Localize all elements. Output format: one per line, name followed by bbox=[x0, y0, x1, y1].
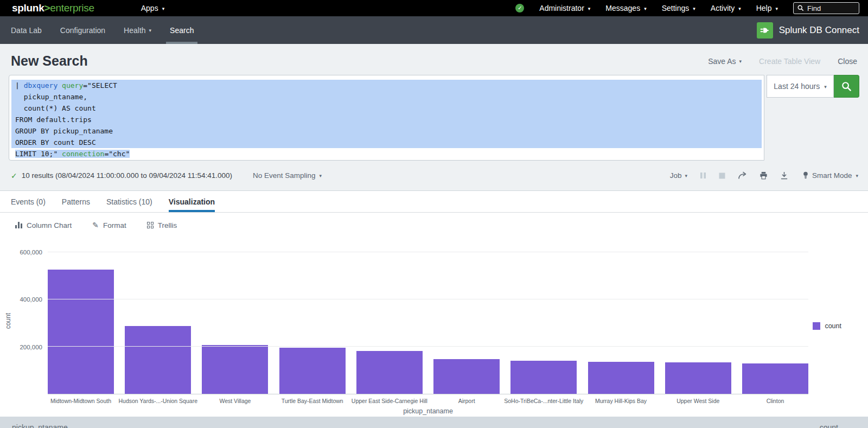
apps-menu[interactable]: Apps▾ bbox=[141, 4, 164, 12]
chevron-down-icon: ▾ bbox=[588, 7, 591, 11]
statistics-table-header: pickup_ntaname count bbox=[0, 417, 868, 428]
tab-events-0[interactable]: Events (0) bbox=[11, 191, 46, 212]
chart-type-button[interactable]: Column Chart bbox=[15, 221, 72, 229]
splunk-logo[interactable]: splunk>enterprise bbox=[12, 2, 94, 14]
event-sampling-menu[interactable]: No Event Sampling▾ bbox=[253, 171, 322, 180]
legend-swatch bbox=[813, 322, 820, 330]
x-category-label: Turtle Bay-East Midtown bbox=[282, 398, 343, 404]
close-button[interactable]: Close bbox=[838, 57, 857, 66]
time-range-picker[interactable]: Last 24 hours▾ bbox=[767, 75, 834, 98]
search-query-editor[interactable]: | dbxquery query="SELECT pickup_ntaname,… bbox=[9, 75, 764, 161]
chart-bar-midtown-midtown-south[interactable] bbox=[48, 270, 114, 394]
gridline bbox=[48, 252, 808, 252]
topbar-menu-administrator[interactable]: Administrator▾ bbox=[539, 4, 590, 12]
page-header-row: New Search Save As▾ Create Table View Cl… bbox=[0, 44, 868, 75]
app-identity: Splunk DB Connect bbox=[757, 22, 859, 39]
logo-product: enterprise bbox=[50, 2, 94, 14]
chart-bar-clinton[interactable] bbox=[742, 363, 808, 394]
legend-label: count bbox=[825, 322, 841, 330]
topbar-menu-help[interactable]: Help▾ bbox=[756, 4, 778, 12]
create-table-view-button[interactable]: Create Table View bbox=[759, 57, 820, 66]
x-axis-title: pickup_ntaname bbox=[48, 407, 808, 415]
search-mode-label: Smart Mode bbox=[812, 171, 852, 180]
chevron-down-icon: ▾ bbox=[685, 174, 687, 178]
query-line: GROUP BY pickup_ntaname bbox=[11, 125, 762, 137]
save-as-label: Save As bbox=[708, 57, 736, 66]
stats-column-header-count[interactable]: count bbox=[708, 417, 868, 428]
y-tick-label: 600,000 bbox=[20, 249, 42, 255]
chart-type-label: Column Chart bbox=[27, 221, 72, 229]
format-button[interactable]: Format bbox=[92, 221, 126, 229]
column-chart: count 200,000400,000600,000 Midtown-Midt… bbox=[0, 238, 868, 417]
tab-visualization[interactable]: Visualization bbox=[169, 191, 215, 212]
x-category-slot: Clinton bbox=[742, 398, 808, 404]
stop-job-icon[interactable] bbox=[719, 173, 725, 179]
chevron-down-icon: ▾ bbox=[739, 59, 742, 64]
db-connect-plug-icon[interactable] bbox=[757, 22, 773, 39]
chart-bar-airport[interactable] bbox=[433, 359, 500, 394]
search-mode-menu[interactable]: Smart Mode▾ bbox=[803, 171, 858, 180]
search-icon bbox=[797, 5, 804, 11]
x-category-label: Upper East Side-Carnegie Hill bbox=[352, 398, 427, 404]
export-download-icon[interactable] bbox=[780, 171, 788, 180]
time-range-label: Last 24 hours bbox=[774, 82, 820, 91]
run-search-button[interactable] bbox=[834, 75, 859, 98]
save-as-menu[interactable]: Save As▾ bbox=[708, 57, 742, 66]
chart-bar-upper-east-side-carnegie-hill[interactable] bbox=[356, 351, 423, 394]
column-chart-icon bbox=[15, 222, 22, 228]
job-menu[interactable]: Job▾ bbox=[670, 171, 687, 180]
chart-plot bbox=[48, 247, 808, 394]
nav-item-label: Health bbox=[124, 26, 145, 35]
results-tabs: Events (0)PatternsStatistics (10)Visuali… bbox=[0, 191, 868, 213]
trellis-button[interactable]: Trellis bbox=[147, 221, 177, 229]
find-input[interactable] bbox=[807, 4, 855, 12]
share-job-icon[interactable] bbox=[738, 171, 747, 180]
chart-bar-turtle-bay-east-midtown[interactable] bbox=[279, 348, 346, 394]
print-icon[interactable] bbox=[760, 171, 768, 180]
query-line: pickup_ntaname, bbox=[11, 91, 762, 103]
gridline bbox=[48, 346, 808, 347]
chart-bar-hudson-yards-union-square[interactable] bbox=[125, 326, 191, 394]
search-header-section: New Search Save As▾ Create Table View Cl… bbox=[0, 44, 868, 191]
app-nav-bar: Data LabConfigurationHealth▾Search Splun… bbox=[0, 16, 868, 44]
query-line: | dbxquery query="SELECT bbox=[11, 80, 762, 91]
chart-bar-soho-tribeca-nter-little-italy[interactable] bbox=[510, 361, 577, 394]
chart-bar-murray-hill-kips-bay[interactable] bbox=[588, 362, 654, 394]
menu-label: Help bbox=[756, 4, 772, 12]
chart-legend[interactable]: count bbox=[813, 322, 841, 330]
job-status-bar: ✓ 10 results (08/04/2024 11:00:00.000 to… bbox=[0, 161, 868, 190]
results-summary: ✓ 10 results (08/04/2024 11:00:00.000 to… bbox=[11, 171, 232, 180]
query-line: count(*) AS count bbox=[11, 103, 762, 114]
chart-bar-upper-west-side[interactable] bbox=[665, 362, 731, 394]
menu-label: Settings bbox=[662, 4, 690, 12]
x-category-label: Airport bbox=[458, 398, 475, 404]
appnav-item-health[interactable]: Health▾ bbox=[124, 16, 151, 44]
tab-patterns[interactable]: Patterns bbox=[62, 191, 90, 212]
appnav-item-search[interactable]: Search bbox=[170, 16, 194, 44]
menu-label: Messages bbox=[605, 4, 640, 12]
x-category-label: West Village bbox=[219, 398, 251, 404]
apps-menu-label: Apps bbox=[141, 4, 158, 12]
chevron-down-icon: ▾ bbox=[856, 174, 858, 178]
chevron-down-icon: ▾ bbox=[824, 85, 827, 90]
x-category-label: Murray Hill-Kips Bay bbox=[595, 398, 647, 404]
health-status-icon[interactable] bbox=[515, 4, 524, 12]
topbar-menu-messages[interactable]: Messages▾ bbox=[605, 4, 646, 12]
stats-column-header-pickup-ntaname[interactable]: pickup_ntaname bbox=[0, 417, 707, 428]
search-icon bbox=[841, 81, 852, 92]
trellis-grid-icon bbox=[147, 222, 154, 228]
pause-job-icon[interactable] bbox=[700, 172, 706, 179]
chevron-down-icon: ▾ bbox=[644, 7, 647, 11]
topbar-menu-settings[interactable]: Settings▾ bbox=[662, 4, 695, 12]
tab-statistics-10[interactable]: Statistics (10) bbox=[106, 191, 152, 212]
chevron-down-icon: ▾ bbox=[320, 174, 322, 178]
chart-bar-west-village[interactable] bbox=[202, 345, 268, 394]
x-category-slot: Turtle Bay-East Midtown bbox=[279, 398, 346, 404]
appnav-item-data-lab[interactable]: Data Lab bbox=[11, 16, 42, 44]
find-search-box[interactable] bbox=[793, 2, 859, 14]
appnav-item-configuration[interactable]: Configuration bbox=[60, 16, 105, 44]
topbar-menu-activity[interactable]: Activity▾ bbox=[711, 4, 741, 12]
x-category-label: Upper West Side bbox=[676, 398, 719, 404]
format-pencil-icon bbox=[92, 221, 99, 229]
menu-label: Activity bbox=[711, 4, 735, 12]
